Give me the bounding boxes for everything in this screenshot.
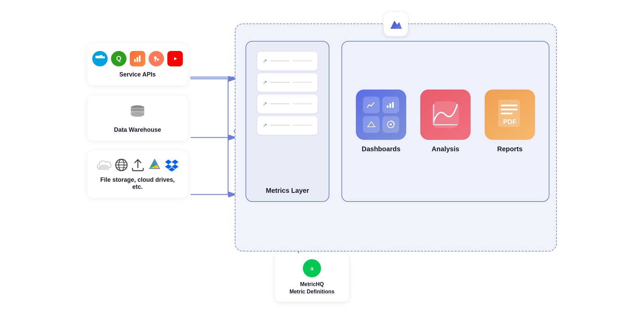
metric-card-3: ↗ [257,95,318,113]
metrichq-icon: a [303,259,321,277]
svg-rect-40 [392,102,394,108]
svg-rect-2 [139,55,141,62]
dashboard-cell-4 [382,116,399,133]
svg-marker-20 [165,160,172,164]
brand-logo [384,12,408,36]
globe-icon [115,158,128,172]
svg-point-6 [157,59,159,61]
diagram-container: Q [87,23,557,312]
cloud-icon [97,160,111,170]
metrichq-box: a MetricHQMetric Definitions [275,253,349,302]
svg-text:PDF: PDF [503,118,517,125]
svg-point-44 [390,123,392,125]
dashboards-label: Dashboards [362,145,400,153]
svg-rect-39 [389,103,391,108]
svg-text:a: a [311,266,314,271]
outputs-box: Dashboards Analysis [341,41,549,202]
source-boxes: Q [87,44,188,198]
svg-point-45 [392,126,394,127]
data-warehouse-label: Data Warehouse [114,126,161,133]
svg-rect-1 [137,57,138,62]
reports-label: Reports [497,145,523,153]
svg-rect-38 [387,105,388,108]
data-warehouse-box: Data Warehouse [87,96,188,141]
analysis-label: Analysis [432,145,459,153]
quickbooks-icon: Q [111,51,126,66]
dashboard-cell-1 [363,97,380,113]
platform-box: ↗ ↗ ↗ ↗ Metrics Layer [235,23,557,252]
analytics-icon [130,51,145,66]
trend-icon-4: ↗ [263,122,267,128]
analysis-item: Analysis [420,90,471,153]
reports-item: PDF Reports [485,90,535,153]
svg-rect-52 [501,113,513,114]
svg-marker-41 [368,122,375,127]
metrichq-label: MetricHQMetric Definitions [289,281,334,296]
file-storage-label: File storage, cloud drives, etc. [97,176,178,190]
gdrive-icon [148,159,162,171]
youtube-icon [167,51,183,66]
trend-icon-2: ↗ [263,79,267,86]
file-storage-icons [97,158,178,172]
dashboard-cell-3 [363,116,380,133]
trend-icon-1: ↗ [263,58,267,64]
analysis-icon-box [420,90,471,140]
dropbox-icon [165,159,178,171]
svg-point-11 [131,112,144,117]
database-icon [128,103,147,122]
metric-card-1: ↗ [257,52,318,70]
svg-rect-51 [501,109,518,110]
dashboards-grid [358,91,405,138]
data-warehouse-icons [128,103,147,122]
svg-rect-50 [501,105,518,106]
dashboards-icon-box [356,90,406,140]
dashboards-item: Dashboards [356,90,406,153]
dashboard-cell-2 [382,97,399,113]
svg-point-12 [99,165,109,170]
svg-rect-0 [134,59,136,62]
hubspot-icon [149,51,164,66]
metric-card-4: ↗ [257,116,318,135]
file-storage-box: File storage, cloud drives, etc. [87,151,188,198]
svg-marker-21 [172,160,178,164]
salesforce-icon [92,51,108,66]
service-apis-label: Service APIs [119,71,156,78]
metrics-layer-box: ↗ ↗ ↗ ↗ Metrics Layer [246,41,329,202]
metric-card-2: ↗ [257,73,318,92]
trend-icon-3: ↗ [263,101,267,107]
service-apis-box: Q [87,44,188,86]
metrics-layer-label: Metrics Layer [266,187,309,194]
reports-icon-box: PDF [485,90,535,140]
upload-icon [131,158,144,172]
service-apis-icons: Q [92,51,183,66]
